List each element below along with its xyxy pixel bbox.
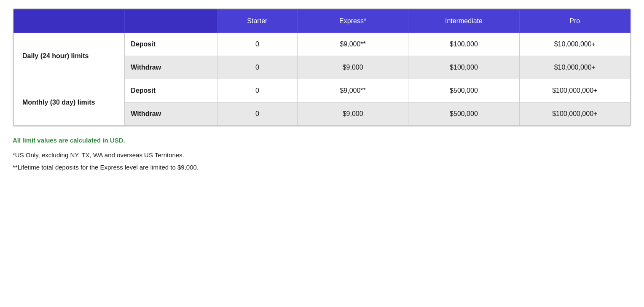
type-cell: Deposit [125, 33, 217, 56]
header-col-type [125, 10, 217, 33]
category-cell: Daily (24 hour) limits [14, 33, 125, 79]
cell-pro: $100,000,000+ [519, 102, 630, 126]
table-row: Monthly (30 day) limitsDeposit0$9,000**$… [14, 79, 631, 102]
cell-starter: 0 [217, 56, 297, 79]
header-col-intermediate: Intermediate [408, 10, 519, 33]
footnote-note2: **Lifetime total deposits for the Expres… [13, 163, 631, 172]
cell-intermediate: $500,000 [408, 79, 519, 102]
header-col-pro: Pro [519, 10, 630, 33]
cell-express: $9,000** [297, 79, 408, 102]
cell-intermediate: $500,000 [408, 102, 519, 126]
table-row: Daily (24 hour) limitsDeposit0$9,000**$1… [14, 33, 631, 56]
table-header-row: Starter Express* Intermediate Pro [14, 10, 631, 33]
type-cell: Withdraw [125, 102, 217, 126]
header-col-starter: Starter [217, 10, 297, 33]
header-col-category [14, 10, 125, 33]
cell-starter: 0 [217, 102, 297, 126]
cell-intermediate: $100,000 [408, 33, 519, 56]
cell-pro: $10,000,000+ [519, 33, 630, 56]
footnote-note1: *US Only, excluding NY, TX, WA and overs… [13, 151, 631, 160]
category-cell: Monthly (30 day) limits [14, 79, 125, 126]
cell-starter: 0 [217, 79, 297, 102]
limits-table-wrapper: Starter Express* Intermediate Pro Daily … [13, 8, 631, 127]
footnote-usd: All limit values are calculated in USD. [13, 137, 631, 144]
cell-pro: $100,000,000+ [519, 79, 630, 102]
cell-intermediate: $100,000 [408, 56, 519, 79]
cell-express: $9,000 [297, 56, 408, 79]
cell-pro: $10,000,000+ [519, 56, 630, 79]
type-cell: Withdraw [125, 56, 217, 79]
limits-table: Starter Express* Intermediate Pro Daily … [13, 9, 631, 126]
cell-express: $9,000** [297, 33, 408, 56]
cell-express: $9,000 [297, 102, 408, 126]
type-cell: Deposit [125, 79, 217, 102]
header-col-express: Express* [297, 10, 408, 33]
cell-starter: 0 [217, 33, 297, 56]
